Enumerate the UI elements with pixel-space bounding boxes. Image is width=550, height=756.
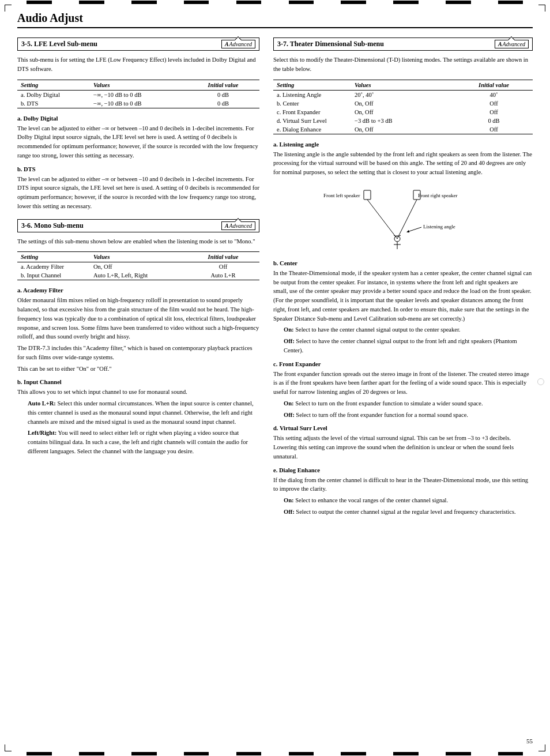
subsection-36b-autolr: Auto L+R: Select this under normal circu… bbox=[28, 399, 259, 426]
subsection-35b-title: b. DTS bbox=[17, 166, 259, 172]
table-cell: −∞, −10 dB to 0 dB bbox=[90, 90, 187, 99]
table-cell: b. DTS bbox=[17, 99, 90, 108]
corner-mark-tl bbox=[5, 5, 12, 12]
table-cell: d. Virtual Surr Level bbox=[273, 116, 351, 125]
table-cell: b. Input Channel bbox=[17, 271, 90, 280]
th-values-36: Values bbox=[90, 252, 187, 262]
table-row: d. Virtual Surr Level−3 dB to +3 dB0 dB bbox=[273, 116, 533, 125]
th-setting-37: Setting bbox=[273, 80, 351, 90]
subsection-37b: b. Center In the Theater-Dimensional mod… bbox=[273, 260, 533, 355]
svg-line-2 bbox=[408, 227, 421, 232]
subsection-35a-text: The level can be adjusted to either –∞ o… bbox=[17, 124, 259, 160]
bottom-decorative-bar bbox=[0, 751, 550, 756]
table-row: e. Dialog EnhanceOn, OffOff bbox=[273, 125, 533, 134]
section-36-header: 3-6. Mono Sub-menu AAdvanced bbox=[17, 219, 259, 232]
th-initial-35: Initial value bbox=[187, 80, 259, 90]
subsection-36a: a. Academy Filter Older monaural film mi… bbox=[17, 287, 259, 373]
section-35-table: Setting Values Initial value a. Dolby Di… bbox=[17, 80, 259, 108]
table-row: a. Listening Angle20˚, 40˚40˚ bbox=[273, 90, 533, 99]
subsection-36b-title: b. Input Channel bbox=[17, 379, 259, 385]
subsection-36a-p2: The DTR-7.3 includes this "Academy filte… bbox=[17, 344, 259, 362]
subsection-37c-on: On: Select to turn on the front expander… bbox=[284, 399, 533, 408]
top-decorative-bar bbox=[0, 0, 550, 5]
subsection-36a-p3: This can be set to either "On" or "Off." bbox=[17, 364, 259, 374]
subsection-35a: a. Dolby Digital The level can be adjust… bbox=[17, 115, 259, 160]
table-cell: On, Off bbox=[351, 125, 455, 134]
table-cell: −3 dB to +3 dB bbox=[351, 116, 455, 125]
table-cell: a. Dolby Digital bbox=[17, 90, 90, 99]
th-initial-37: Initial value bbox=[455, 80, 533, 90]
diagram-svg: Front left speaker Front right speaker bbox=[322, 187, 484, 250]
table-row: a. Dolby Digital−∞, −10 dB to 0 dB0 dB bbox=[17, 90, 259, 99]
section-37-intro: Select this to modify the Theater-Dimens… bbox=[273, 55, 533, 74]
section-36-intro: The settings of this sub-menu shown belo… bbox=[17, 237, 259, 246]
table-cell: Off bbox=[455, 108, 533, 116]
subsection-36b: b. Input Channel This allows you to set … bbox=[17, 379, 259, 456]
subsection-37a-text: The listening angle is the angle subtend… bbox=[273, 150, 533, 177]
table-cell: e. Dialog Enhance bbox=[273, 125, 351, 134]
subsection-36a-title: a. Academy Filter bbox=[17, 287, 259, 294]
right-speaker-label: Front right speaker bbox=[418, 193, 457, 198]
table-cell: 40˚ bbox=[455, 90, 533, 99]
subsection-37c: c. Front Expander The front expander fun… bbox=[273, 361, 533, 420]
subsection-37d: d. Virtual Surr Level This setting adjus… bbox=[273, 425, 533, 461]
right-column: 3-7. Theater Dimensional Sub-menu AAdvan… bbox=[273, 37, 533, 522]
listening-angle-diagram: Front left speaker Front right speaker bbox=[273, 184, 533, 253]
subsection-37e-title: e. Dialog Enhance bbox=[273, 467, 533, 473]
table-row: b. Input ChannelAuto L+R, Left, RightAut… bbox=[17, 271, 259, 280]
left-column: 3-5. LFE Level Sub-menu AAdvanced This s… bbox=[17, 37, 259, 522]
left-speaker-label: Front left speaker bbox=[323, 193, 360, 198]
table-row: b. DTS−∞, −10 dB to 0 dB0 dB bbox=[17, 99, 259, 108]
th-setting-35: Setting bbox=[17, 80, 90, 90]
section-36-title: 3-6. Mono Sub-menu bbox=[21, 221, 84, 230]
table-cell: Off bbox=[455, 99, 533, 108]
subsection-35a-title: a. Dolby Digital bbox=[17, 115, 259, 122]
corner-mark-br bbox=[538, 744, 545, 751]
table-cell: 0 dB bbox=[455, 116, 533, 125]
page-title: Audio Adjust bbox=[17, 12, 533, 28]
section-37-title: 3-7. Theater Dimensional Sub-menu bbox=[277, 40, 384, 48]
table-cell: a. Academy Filter bbox=[17, 262, 90, 272]
section-35-title: 3-5. LFE Level Sub-menu bbox=[21, 40, 97, 48]
subsection-37d-text: This setting adjusts the level of the vi… bbox=[273, 434, 533, 461]
section-36-table: Setting Values Initial value a. Academy … bbox=[17, 251, 259, 280]
table-cell: On, Off bbox=[351, 99, 455, 108]
right-line bbox=[397, 200, 417, 239]
table-cell: Auto L+R, Left, Right bbox=[90, 271, 187, 280]
subsection-37e-on: On: Select to enhance the vocal ranges o… bbox=[284, 496, 533, 505]
subsection-37a-title: a. Listening angle bbox=[273, 141, 533, 148]
subsection-37e: e. Dialog Enhance If the dialog from the… bbox=[273, 467, 533, 517]
listening-angle-label: Listening angle bbox=[423, 224, 455, 230]
subsection-37e-p1: If the dialog from the center channel is… bbox=[273, 476, 533, 494]
binding-dot bbox=[537, 378, 544, 385]
subsection-36b-p1: This allows you to set which input chann… bbox=[17, 388, 259, 397]
table-cell: On, Off bbox=[90, 262, 187, 272]
subsection-37d-title: d. Virtual Surr Level bbox=[273, 425, 533, 431]
table-cell: −∞, −10 dB to 0 dB bbox=[90, 99, 187, 108]
table-cell: c. Front Expander bbox=[273, 108, 351, 116]
section-37-advanced-badge: AAdvanced bbox=[495, 40, 529, 48]
subsection-36b-leftright: Left/Right: You will need to select eith… bbox=[28, 428, 259, 456]
section-36-advanced-badge: AAdvanced bbox=[221, 221, 255, 230]
section-35-intro: This sub-menu is for setting the LFE (Lo… bbox=[17, 55, 259, 74]
th-values-35: Values bbox=[90, 80, 187, 90]
subsection-35b: b. DTS The level can be adjusted to eith… bbox=[17, 166, 259, 211]
section-37-header: 3-7. Theater Dimensional Sub-menu AAdvan… bbox=[273, 37, 533, 51]
corner-mark-tr bbox=[538, 5, 545, 12]
subsection-37b-p1: In the Theater-Dimensional mode, if the … bbox=[273, 269, 533, 324]
table-cell: 0 dB bbox=[187, 99, 259, 108]
table-row: a. Academy FilterOn, OffOff bbox=[17, 262, 259, 272]
subsection-37e-off: Off: Select to output the center channel… bbox=[284, 507, 533, 517]
main-content: 3-5. LFE Level Sub-menu AAdvanced This s… bbox=[17, 37, 533, 522]
subsection-36a-p1: Older monaural film mixes relied on high… bbox=[17, 296, 259, 341]
subsection-35b-text: The level can be adjusted to either –∞ o… bbox=[17, 175, 259, 211]
subsection-37a: a. Listening angle The listening angle i… bbox=[273, 141, 533, 253]
table-row: c. Front ExpanderOn, OffOff bbox=[273, 108, 533, 116]
subsection-37c-p1: The front expander function spreads out … bbox=[273, 370, 533, 397]
subsection-37c-title: c. Front Expander bbox=[273, 361, 533, 367]
table-cell: Auto L+R bbox=[187, 271, 259, 280]
table-cell: On, Off bbox=[351, 108, 455, 116]
subsection-37c-off: Off: Select to turn off the front expand… bbox=[284, 411, 533, 420]
th-values-37: Values bbox=[351, 80, 455, 90]
section-37-table: Setting Values Initial value a. Listenin… bbox=[273, 80, 533, 134]
